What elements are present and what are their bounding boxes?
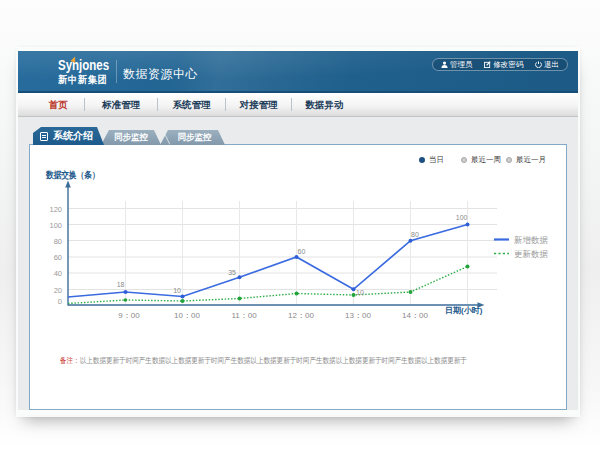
svg-text:10: 10 [173, 287, 181, 294]
svg-text:40: 40 [54, 269, 62, 278]
svg-text:60: 60 [298, 248, 306, 255]
svg-text:18: 18 [117, 281, 125, 288]
svg-text:80: 80 [54, 237, 62, 246]
svg-text:10: 10 [356, 289, 364, 296]
svg-text:100: 100 [49, 221, 62, 230]
svg-text:20: 20 [54, 286, 62, 295]
svg-text:12：00: 12：00 [288, 311, 314, 320]
svg-text:80: 80 [411, 231, 419, 238]
svg-text:100: 100 [456, 214, 468, 221]
svg-text:11：00: 11：00 [231, 311, 257, 320]
svg-text:60: 60 [54, 253, 62, 262]
svg-text:35: 35 [228, 269, 236, 276]
svg-text:0: 0 [58, 297, 62, 306]
svg-text:日期(小时): 日期(小时) [445, 306, 483, 315]
svg-text:9：00: 9：00 [118, 311, 140, 320]
svg-text:新增数据: 新增数据 [514, 235, 549, 245]
svg-text:120: 120 [49, 205, 62, 214]
svg-text:更新数据: 更新数据 [514, 249, 549, 259]
svg-text:13：00: 13：00 [345, 311, 371, 320]
svg-text:14：00: 14：00 [402, 311, 428, 320]
svg-text:10：00: 10：00 [174, 311, 200, 320]
